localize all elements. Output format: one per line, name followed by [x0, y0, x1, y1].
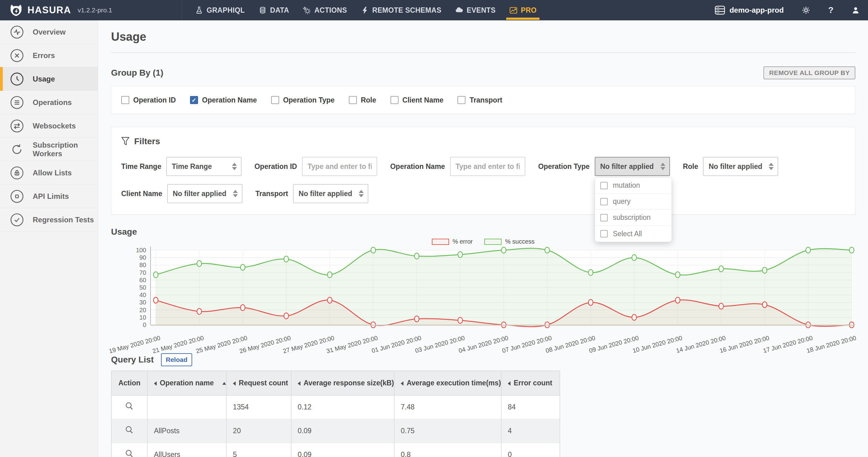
groupby-option-label: Client Name — [403, 96, 443, 104]
brand[interactable]: HASURA v1.2.2-pro.1 — [9, 3, 112, 17]
sidebar-item-errors[interactable]: Errors — [0, 44, 98, 67]
nav-item-label: PRO — [521, 6, 537, 15]
nav-item-remote-schemas[interactable]: REMOTE SCHEMAS — [354, 0, 448, 20]
nav-item-events[interactable]: EVENTS — [448, 0, 502, 20]
sidebar-item-subscription-workers[interactable]: Subscription Workers — [0, 138, 98, 161]
flask-icon — [195, 6, 203, 15]
checkbox-icon[interactable] — [458, 96, 465, 104]
bolt-icon — [361, 6, 369, 15]
sidebar-item-websockets[interactable]: Websockets — [0, 114, 98, 138]
sidebar-item-overview[interactable]: Overview — [0, 20, 98, 44]
column-header-label: Request count — [239, 379, 288, 387]
select-arrows-icon — [232, 163, 237, 170]
transport-value: No filter applied — [299, 190, 352, 198]
groupby-option[interactable]: Transport — [458, 96, 502, 104]
inspect-icon[interactable] — [125, 425, 134, 435]
usage-line-chart: 010203040506070809010019 May 2020 20:002… — [111, 245, 855, 347]
main-content: Usage Group By (1) REMOVE ALL GROUP BY O… — [98, 20, 868, 457]
operation-type-select[interactable]: No filter applied — [595, 157, 670, 176]
dropdown-option[interactable]: subscription — [595, 210, 672, 226]
dropdown-option[interactable]: query — [595, 194, 672, 210]
table-cell-avg_response_size: 0.09 — [291, 443, 394, 457]
action-cell[interactable] — [111, 443, 148, 457]
sidebar-item-regression-tests[interactable]: Regression Tests — [0, 208, 98, 232]
x-axis-label: 16 Jun 2020 20:00 — [719, 335, 770, 354]
checkbox-icon[interactable] — [121, 96, 129, 104]
checkbox-icon[interactable] — [349, 96, 357, 104]
brand-name: HASURA — [27, 5, 71, 16]
checkbox-icon[interactable] — [600, 214, 608, 221]
inspect-icon[interactable] — [125, 401, 134, 411]
data-point — [414, 316, 419, 322]
pulse-circle-icon — [10, 25, 24, 39]
help-button[interactable]: ? — [828, 5, 833, 15]
operation-id-input[interactable] — [302, 157, 377, 176]
settings-button[interactable] — [802, 6, 810, 15]
dropdown-option[interactable]: Select All — [595, 226, 672, 242]
x-axis-label: 14 Jun 2020 20:00 — [675, 335, 726, 354]
sidebar-item-allow-lists[interactable]: Allow Lists — [0, 161, 98, 184]
checkbox-icon[interactable] — [600, 230, 608, 237]
sidebar-item-operations[interactable]: Operations — [0, 91, 98, 114]
column-header-label: Action — [119, 379, 141, 387]
checkbox-icon[interactable] — [600, 182, 608, 189]
project-switcher[interactable]: demo-app-prod — [715, 5, 784, 15]
data-point — [284, 256, 289, 262]
checkbox-icon[interactable] — [271, 96, 279, 104]
column-header-sortable[interactable]: Error count — [501, 371, 560, 395]
data-point — [284, 313, 289, 319]
table-row: 13540.127.4884 — [111, 395, 560, 419]
transport-select[interactable]: No filter applied — [293, 184, 368, 203]
column-header-sortable[interactable]: Request count — [226, 371, 291, 395]
x-circle-icon — [10, 49, 24, 62]
y-axis-tick: 10 — [140, 314, 146, 321]
checkbox-icon[interactable] — [391, 96, 399, 104]
groupby-option[interactable]: Operation ID — [121, 96, 176, 104]
user-icon — [851, 6, 860, 15]
account-button[interactable] — [851, 6, 860, 15]
action-cell[interactable] — [111, 419, 148, 443]
column-header-sortable[interactable]: Average response size(kB) — [291, 371, 394, 395]
select-arrows-icon — [769, 163, 774, 170]
groupby-option[interactable]: Operation Type — [271, 96, 335, 104]
client-name-value: No filter applied — [173, 190, 226, 198]
column-header-sortable[interactable]: Average execution time(ms) — [394, 371, 501, 395]
x-axis-label: 01 Jun 2020 20:00 — [371, 335, 422, 354]
y-axis-tick: 90 — [140, 254, 146, 261]
checkbox-checked-icon[interactable] — [190, 96, 198, 104]
action-cell[interactable] — [111, 395, 148, 419]
nav-item-pro[interactable]: PRO — [502, 0, 544, 20]
remove-all-groupby-button[interactable]: REMOVE ALL GROUP BY — [764, 66, 855, 79]
sidebar-item-usage[interactable]: Usage — [0, 67, 98, 91]
gears-icon — [303, 6, 311, 15]
groupby-option[interactable]: Operation Name — [190, 96, 257, 104]
nav-item-label: GRAPHIQL — [207, 6, 245, 15]
data-point — [763, 302, 767, 308]
cloud-icon — [455, 6, 463, 15]
client-name-select[interactable]: No filter applied — [167, 184, 243, 203]
inspect-icon[interactable] — [125, 449, 134, 457]
data-point — [458, 252, 463, 258]
chart-legend: % error % success — [111, 238, 855, 245]
sidebar-item-api-limits[interactable]: API Limits — [0, 184, 98, 208]
role-select[interactable]: No filter applied — [703, 157, 778, 176]
list-circle-icon — [10, 96, 24, 109]
nav-item-graphiql[interactable]: GRAPHIQL — [188, 0, 252, 20]
time-range-select[interactable]: Time Range — [166, 157, 242, 176]
dropdown-option[interactable]: mutation — [595, 177, 672, 194]
operation-name-input[interactable] — [450, 157, 525, 176]
reload-button[interactable]: Reload — [161, 353, 192, 366]
data-point — [197, 309, 202, 314]
column-header-sortable[interactable]: Operation name — [148, 371, 226, 395]
x-axis-label: 03 Jun 2020 20:00 — [414, 335, 465, 354]
checkbox-icon[interactable] — [600, 198, 608, 205]
x-axis-label: 17 Jun 2020 20:00 — [762, 335, 813, 354]
groupby-option[interactable]: Role — [349, 96, 376, 104]
groupby-card: Operation IDOperation NameOperation Type… — [111, 86, 855, 114]
groupby-option[interactable]: Client Name — [391, 96, 443, 104]
data-point — [328, 272, 332, 278]
nav-item-actions[interactable]: ACTIONS — [296, 0, 354, 20]
client-name-label: Client Name — [121, 190, 162, 198]
brand-version: v1.2.2-pro.1 — [78, 6, 112, 14]
nav-item-data[interactable]: DATA — [252, 0, 296, 20]
